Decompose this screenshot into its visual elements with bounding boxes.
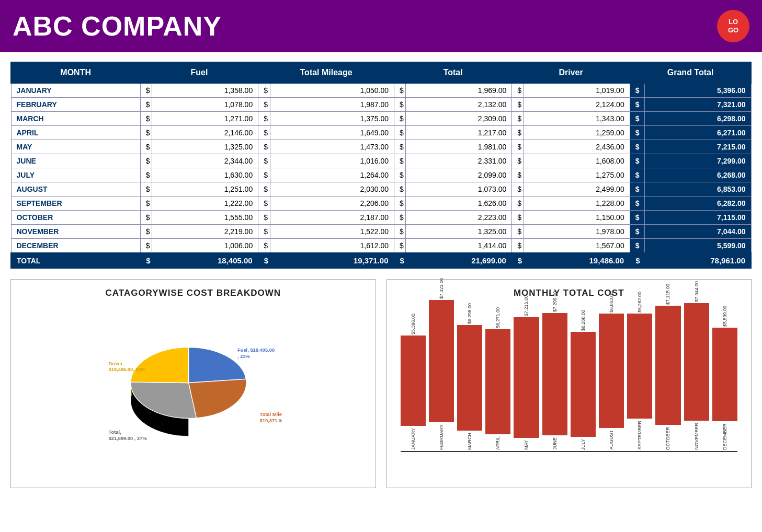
- bar-value-label: $6,853.00: [609, 292, 614, 313]
- cell-total-month: TOTAL: [11, 253, 140, 268]
- cell-mileage-amount: 1,649.00: [270, 126, 394, 140]
- cell-driver-amount: 1,275.00: [524, 168, 630, 182]
- cell-total-dollar: $: [394, 196, 406, 211]
- cell-grand-amount: 6,853.00: [645, 182, 751, 196]
- cell-mileage-dollar: $: [258, 239, 270, 253]
- cell-fuel-amount: 2,219.00: [152, 225, 258, 239]
- cell-grand-amount: 7,115.00: [645, 211, 751, 225]
- cell-fuel-dollar: $: [140, 225, 152, 239]
- bar-rect: [401, 336, 426, 426]
- cell-mileage-dollar: $: [258, 140, 270, 154]
- cell-driver-amount: 1,567.00: [524, 239, 630, 253]
- pie-chart-svg: Fuel, $18,405.00, 23%Total Mileage ,$19,…: [104, 314, 282, 460]
- cell-month: AUGUST: [11, 182, 140, 196]
- bar-month-label: NOVEMBER: [694, 423, 699, 450]
- bar-item: $7,299.00JUNE: [542, 291, 567, 450]
- cell-mileage-amount: 1,987.00: [270, 98, 394, 112]
- data-table-section: MONTH Fuel Total Mileage Total Driver Gr…: [0, 52, 762, 274]
- bar-rect: [542, 313, 567, 435]
- bar-value-label: $6,268.00: [581, 310, 586, 331]
- cell-total-amount: 2,309.00: [406, 112, 512, 126]
- table-row: MAY $ 1,325.00 $ 1,473.00 $ 1,981.00 $ 2…: [11, 140, 751, 154]
- cell-month: JULY: [11, 168, 140, 182]
- cell-driver-dollar: $: [512, 140, 524, 154]
- bar-rect: [712, 328, 737, 421]
- cell-driver-amount: 2,124.00: [524, 98, 630, 112]
- bar-rect: [485, 329, 510, 434]
- pie-chart-container: Fuel, $18,405.00, 23%Total Mileage ,$19,…: [19, 304, 367, 471]
- cell-fuel-amount: 1,271.00: [152, 112, 258, 126]
- svg-text:, 23%: , 23%: [237, 354, 251, 359]
- cell-fuel-dollar: $: [140, 98, 152, 112]
- cell-mileage-amount: 1,375.00: [270, 112, 394, 126]
- cell-mileage-amount: 1,522.00: [270, 225, 394, 239]
- cell-grand-amount: 5,396.00: [645, 83, 751, 98]
- cell-grand-dollar: $: [630, 225, 645, 239]
- cell-fuel-dollar: $: [140, 83, 152, 98]
- cell-month: FEBRUARY: [11, 98, 140, 112]
- bar-value-label: $7,321.00: [439, 278, 444, 299]
- table-row: NOVEMBER $ 2,219.00 $ 1,522.00 $ 1,325.0…: [11, 225, 751, 239]
- table-row: MARCH $ 1,271.00 $ 1,375.00 $ 2,309.00 $…: [11, 112, 751, 126]
- cell-mileage-amount: 2,030.00: [270, 182, 394, 196]
- cell-mileage-dollar: $: [258, 182, 270, 196]
- table-row: JULY $ 1,630.00 $ 1,264.00 $ 2,099.00 $ …: [11, 168, 751, 182]
- table-row: FEBRUARY $ 1,078.00 $ 1,987.00 $ 2,132.0…: [11, 98, 751, 112]
- cell-fuel-amount: 1,358.00: [152, 83, 258, 98]
- bar-month-label: AUGUST: [609, 430, 614, 450]
- cell-total-amount: 2,132.00: [406, 98, 512, 112]
- col-driver: Driver: [512, 62, 630, 83]
- bar-month-label: MAY: [524, 440, 529, 450]
- cell-mileage-dollar: $: [258, 98, 270, 112]
- cell-driver-amount: 1,608.00: [524, 154, 630, 168]
- bar-item: $5,599.00DECEMBER: [712, 306, 737, 450]
- cell-total-dollar: $: [394, 225, 406, 239]
- cell-fuel-amount: 2,146.00: [152, 126, 258, 140]
- bar-month-label: JUNE: [552, 437, 558, 450]
- cell-month: JANUARY: [11, 83, 140, 98]
- cell-driver-dollar: $: [512, 211, 524, 225]
- pie-chart-box: CATAGORYWISE COST BREAKDOWN Fuel, $18,40…: [10, 279, 376, 488]
- cell-total-amount: 1,217.00: [406, 126, 512, 140]
- cell-total-amount: 1,414.00: [406, 239, 512, 253]
- bar-value-label: $7,299.00: [552, 291, 558, 312]
- cell-month: DECEMBER: [11, 239, 140, 253]
- cell-total-amount: 1,981.00: [406, 140, 512, 154]
- cell-grand-dollar: $: [630, 196, 645, 211]
- cell-mileage-amount: 2,206.00: [270, 196, 394, 211]
- bar-value-label: $6,282.00: [637, 292, 642, 313]
- cell-month: OCTOBER: [11, 211, 140, 225]
- cell-fuel-amount: 1,078.00: [152, 98, 258, 112]
- col-mileage: Total Mileage: [258, 62, 394, 83]
- cell-mileage-amount: 1,016.00: [270, 154, 394, 168]
- cell-mileage-dollar: $: [258, 196, 270, 211]
- cell-total-dollar: $: [394, 211, 406, 225]
- bar-item: $6,298.00MARCH: [457, 303, 482, 450]
- table-row: JUNE $ 2,344.00 $ 1,016.00 $ 2,331.00 $ …: [11, 154, 751, 168]
- cell-month: MARCH: [11, 112, 140, 126]
- bar-rect: [599, 314, 624, 428]
- cell-driver-dollar: $: [512, 83, 524, 98]
- cell-mileage-amount: 1,050.00: [270, 83, 394, 98]
- col-month: MONTH: [11, 62, 140, 83]
- bar-item: $5,396.00JANUARY: [401, 314, 426, 450]
- cell-total-dollar: $: [394, 239, 406, 253]
- cell-fuel-amount: 1,555.00: [152, 211, 258, 225]
- cell-fuel-dollar: $: [140, 126, 152, 140]
- cell-grand-dollar: $: [630, 126, 645, 140]
- company-title: ABC COMPANY: [13, 10, 222, 42]
- cell-total-dollar: $: [394, 126, 406, 140]
- cell-fuel-dollar: $: [140, 154, 152, 168]
- table-row: JANUARY $ 1,358.00 $ 1,050.00 $ 1,969.00…: [11, 83, 751, 98]
- cell-total-dollar: $: [394, 140, 406, 154]
- bar-value-label: $7,115.00: [665, 284, 670, 305]
- cell-driver-amount: 1,150.00: [524, 211, 630, 225]
- bar-item: $6,271.00APRIL: [485, 307, 510, 450]
- cell-grand-dollar: $: [630, 140, 645, 154]
- cell-driver-amount: 1,978.00: [524, 225, 630, 239]
- cell-driver-amount: 2,499.00: [524, 182, 630, 196]
- bar-value-label: $5,599.00: [722, 306, 727, 327]
- bar-month-label: JULY: [581, 439, 586, 450]
- cell-fuel-amount: 1,222.00: [152, 196, 258, 211]
- cell-mileage-dollar: $: [258, 211, 270, 225]
